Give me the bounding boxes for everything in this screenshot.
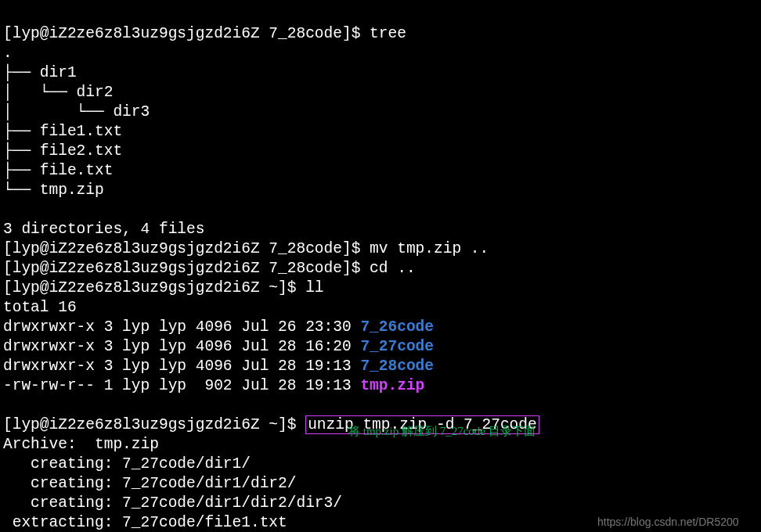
- tree-branch: │ └── dir2: [3, 84, 113, 101]
- ll-row-perms: drwxrwxr-x 3 lyp lyp 4096 Jul 26 23:30: [3, 318, 360, 336]
- prompt: [lyp@iZ2ze6z8l3uz9gsjgzd2i6Z ~]$: [3, 279, 305, 297]
- ll-total: total 16: [3, 299, 77, 316]
- tree-branch: ├── dir1: [3, 64, 77, 81]
- prompt: [lyp@iZ2ze6z8l3uz9gsjgzd2i6Z 7_28code]$: [3, 260, 370, 277]
- watermark-text: https://blog.csdn.net/DR5200: [597, 512, 739, 532]
- ll-row: drwxrwxr-x 3 lyp lyp 4096 Jul 28 16:20 7…: [3, 338, 434, 355]
- terminal-window[interactable]: [lyp@iZ2ze6z8l3uz9gsjgzd2i6Z 7_28code]$ …: [0, 0, 761, 532]
- tree-summary: 3 directories, 4 files: [3, 221, 204, 238]
- ll-row: drwxrwxr-x 3 lyp lyp 4096 Jul 28 19:13 7…: [3, 358, 434, 375]
- unzip-output-line: creating: 7_27code/dir1/dir2/dir3/: [3, 494, 342, 512]
- cmd-ll: ll: [305, 279, 323, 297]
- prompt: [lyp@iZ2ze6z8l3uz9gsjgzd2i6Z 7_28code]$: [3, 25, 370, 42]
- unzip-output-line: creating: 7_27code/dir1/: [3, 455, 251, 473]
- cmd-mv: mv tmp.zip ..: [370, 240, 489, 257]
- ll-row: -rw-rw-r-- 1 lyp lyp 902 Jul 28 19:13 tm…: [3, 377, 424, 394]
- prompt: [lyp@iZ2ze6z8l3uz9gsjgzd2i6Z ~]$: [3, 416, 305, 433]
- unzip-output-line: extracting: 7_27code/file1.txt: [3, 514, 287, 531]
- ll-row-name: 7_26code: [360, 318, 434, 336]
- tree-branch: ├── file2.txt: [3, 142, 122, 160]
- annotation-text: 将 tmp.zip 解压到 7_27code 目录下面: [348, 422, 536, 441]
- ll-row: drwxrwxr-x 3 lyp lyp 4096 Jul 26 23:30 7…: [3, 318, 434, 336]
- ll-row-perms: drwxrwxr-x 3 lyp lyp 4096 Jul 28 19:13: [3, 358, 360, 375]
- ll-row-perms: drwxrwxr-x 3 lyp lyp 4096 Jul 28 16:20: [3, 338, 360, 355]
- unzip-output-line: creating: 7_27code/dir1/dir2/: [3, 475, 296, 492]
- unzip-archive: Archive: tmp.zip: [3, 436, 159, 453]
- ll-row-name: tmp.zip: [360, 377, 424, 394]
- tree-branch: ├── file.txt: [3, 162, 113, 179]
- ll-row-perms: -rw-rw-r-- 1 lyp lyp 902 Jul 28 19:13: [3, 377, 360, 394]
- cmd-cd: cd ..: [370, 260, 416, 277]
- cmd-tree: tree: [370, 25, 406, 42]
- tree-branch: └── tmp.zip: [3, 182, 104, 199]
- tree-root: .: [3, 45, 13, 62]
- tree-branch: ├── file1.txt: [3, 123, 122, 140]
- tree-branch: │ └── dir3: [3, 103, 150, 120]
- ll-row-name: 7_28code: [360, 358, 434, 375]
- ll-row-name: 7_27code: [360, 338, 434, 355]
- prompt: [lyp@iZ2ze6z8l3uz9gsjgzd2i6Z 7_28code]$: [3, 240, 370, 257]
